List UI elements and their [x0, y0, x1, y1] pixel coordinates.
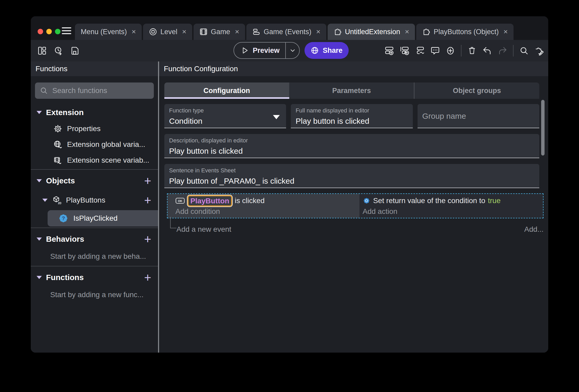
undo-icon[interactable]: [482, 46, 492, 55]
full-name-field[interactable]: Full name displayed in editor: [291, 104, 413, 128]
tab-label: UntitledExtension: [345, 28, 400, 36]
search-icon[interactable]: [519, 46, 529, 55]
action-text: Set return value of the condition to: [373, 197, 485, 205]
edit-extension-icon[interactable]: [535, 46, 544, 55]
item-label: Extension global varia...: [67, 140, 145, 149]
maximize-window-icon[interactable]: [55, 29, 60, 34]
section-objects[interactable]: Objects +: [31, 171, 158, 191]
item-label: Extension scene variab...: [67, 156, 149, 164]
toolbar: Preview Share: [31, 40, 548, 61]
section-label: Extension: [46, 108, 84, 117]
add-function-icon[interactable]: +: [144, 194, 151, 206]
globe-icon: [311, 46, 319, 55]
divider: [513, 45, 514, 56]
add-object-icon[interactable]: +: [144, 175, 151, 187]
functions-empty-note: Start by adding a new func...: [31, 287, 158, 303]
tab-game-events[interactable]: Game (Events) ×: [246, 24, 326, 40]
add-subevent-icon[interactable]: [400, 46, 409, 55]
search-box[interactable]: [35, 82, 154, 99]
full-name-input[interactable]: [296, 117, 408, 126]
section-behaviors[interactable]: Behaviors +: [31, 229, 158, 249]
field-label: Function type: [169, 107, 281, 114]
editor-tabs: Menu (Events) × Level × Game × Game (Eve…: [75, 24, 514, 40]
sentence-input[interactable]: [169, 177, 535, 185]
redo-icon[interactable]: [498, 46, 507, 55]
function-type-select[interactable]: Function type Condition: [164, 104, 286, 128]
condition-object-param[interactable]: PlayButton: [187, 195, 232, 207]
globe-variable-icon: [53, 140, 62, 149]
search-input[interactable]: [52, 86, 149, 95]
sidebar-title: Functions: [31, 61, 158, 76]
action-value[interactable]: true: [488, 197, 501, 205]
sidebar-item-extension-scene-variables[interactable]: Extension scene variab...: [31, 152, 158, 168]
add-behavior-icon[interactable]: +: [144, 233, 151, 245]
group-name-field[interactable]: [418, 104, 539, 128]
comment-icon[interactable]: [430, 46, 440, 55]
sidebar-item-playbuttons[interactable]: 2D PlayButtons +: [31, 191, 158, 210]
group-name-input[interactable]: [422, 112, 535, 121]
close-icon[interactable]: ×: [405, 28, 409, 35]
scrollbar-thumb[interactable]: [541, 100, 545, 156]
minimize-window-icon[interactable]: [46, 29, 52, 34]
sidebar-item-extension-global-variables[interactable]: Extension global varia...: [31, 137, 158, 152]
main-menu-icon[interactable]: [62, 27, 71, 34]
caret-down-icon: [37, 111, 42, 114]
tab-game[interactable]: Game ×: [194, 24, 245, 40]
add-other-event-icon[interactable]: [415, 46, 425, 55]
add-circle-icon[interactable]: [446, 46, 455, 55]
preview-button[interactable]: Preview: [233, 42, 300, 59]
add-more-button[interactable]: Add...: [524, 225, 544, 234]
description-field[interactable]: Description, displayed in editor: [164, 134, 539, 158]
preview-options-button[interactable]: [286, 47, 299, 54]
close-icon[interactable]: ×: [182, 28, 186, 35]
dropdown-arrow-icon: [273, 115, 280, 119]
functions-sidebar: Functions Extension Properties Extension…: [31, 61, 158, 353]
events-sheet-icon: [252, 28, 261, 36]
save-icon[interactable]: [70, 46, 79, 55]
section-extension[interactable]: Extension: [31, 104, 158, 121]
divider: [461, 45, 461, 56]
close-icon[interactable]: ×: [132, 28, 136, 35]
panels-layout-icon[interactable]: [37, 46, 47, 55]
add-event-icon[interactable]: [385, 46, 394, 55]
share-label: Share: [323, 47, 342, 55]
close-icon[interactable]: ×: [504, 28, 508, 35]
history-icon[interactable]: [54, 46, 63, 55]
tab-object-groups[interactable]: Object groups: [414, 82, 539, 99]
functions-tree: Extension Properties Extension global va…: [31, 102, 158, 353]
field-value: Condition: [169, 117, 281, 126]
section-functions[interactable]: Functions +: [31, 267, 158, 287]
sidebar-item-isplayclicked-selected[interactable]: ? IsPlayClicked: [48, 210, 158, 226]
tab-parameters[interactable]: Parameters: [289, 82, 414, 99]
sentence-field[interactable]: Sentence in Events Sheet: [164, 164, 539, 188]
tab-configuration[interactable]: Configuration: [164, 82, 289, 99]
add-new-event-button[interactable]: Add a new event: [176, 225, 231, 234]
main-title: Function Configuration: [159, 61, 548, 76]
tab-untitled-extension[interactable]: UntitledExtension ×: [328, 24, 415, 40]
description-input[interactable]: [169, 147, 535, 156]
close-window-icon[interactable]: [38, 29, 43, 34]
svg-text:2D: 2D: [58, 202, 61, 205]
condition-text: is clicked: [235, 197, 265, 205]
close-icon[interactable]: ×: [235, 28, 239, 35]
field-label: Sentence in Events Sheet: [169, 167, 535, 174]
tab-playbuttons-object[interactable]: PlayButtons (Object) ×: [416, 24, 514, 40]
scene-variable-icon: [53, 156, 62, 165]
chevron-down-icon: [289, 47, 297, 54]
close-icon[interactable]: ×: [316, 28, 320, 35]
add-condition-button[interactable]: Add condition: [175, 207, 359, 216]
action-gear-icon: [363, 197, 370, 205]
tab-level[interactable]: Level ×: [143, 24, 192, 40]
delete-icon[interactable]: [467, 46, 477, 55]
play-icon: [241, 46, 249, 55]
share-button[interactable]: Share: [304, 42, 349, 59]
conditions-cell[interactable]: OK PlayButton is clicked Add condition: [167, 194, 359, 218]
add-free-function-icon[interactable]: +: [144, 271, 151, 283]
sidebar-item-properties[interactable]: Properties: [31, 121, 158, 137]
search-icon: [40, 86, 48, 95]
event-row-selected[interactable]: OK PlayButton is clicked Add condition: [167, 193, 544, 218]
actions-cell[interactable]: Set return value of the condition to tru…: [359, 194, 543, 218]
tab-menu-events[interactable]: Menu (Events) ×: [75, 24, 142, 40]
caret-down-icon: [42, 199, 48, 202]
add-action-button[interactable]: Add action: [363, 207, 543, 216]
